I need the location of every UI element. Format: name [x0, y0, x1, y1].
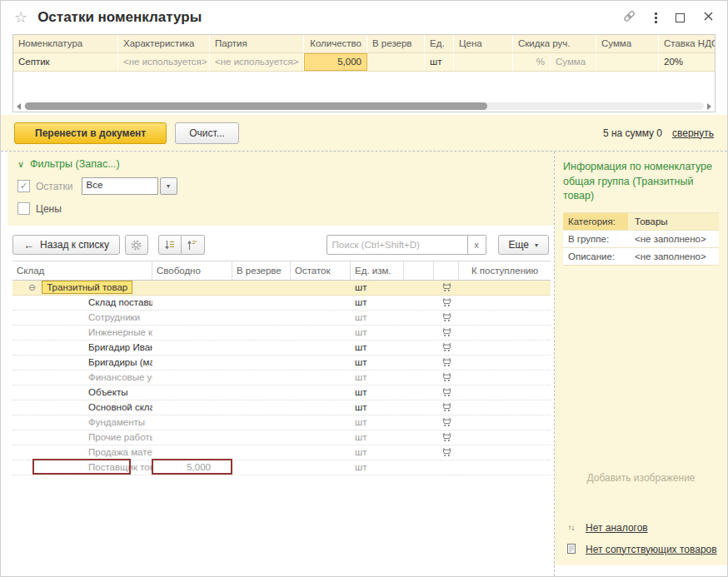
col-characteristic: Характеристика: [118, 35, 210, 52]
filters-title: Фильтры (Запас...): [30, 158, 120, 170]
warehouse-name: Основной склад: [88, 402, 152, 412]
tseny-checkbox[interactable]: [17, 202, 30, 215]
ostatki-select[interactable]: Все ▾: [82, 177, 177, 195]
page-title: Остатки номенклатуры: [37, 9, 622, 26]
collapse-link[interactable]: свернуть: [672, 127, 714, 139]
cart-icon[interactable]: [441, 387, 452, 401]
cart-icon[interactable]: [441, 372, 452, 386]
item-reserve: [367, 53, 425, 71]
table-row[interactable]: Фундаменты шт: [12, 415, 551, 430]
free-value: [152, 430, 232, 445]
close-icon[interactable]: [703, 10, 714, 25]
table-row[interactable]: Бригадир Иванов И.И. (мат... шт: [12, 341, 551, 356]
warehouse-name: Объекты: [88, 387, 127, 397]
info-row-description: Описание: <не заполнено>: [563, 248, 719, 266]
cart-icon[interactable]: [441, 432, 452, 446]
item-characteristic: <не используется>: [118, 53, 210, 71]
item-batch: <не используется>: [210, 53, 304, 71]
item-row[interactable]: Септик <не используется> <не используетс…: [13, 53, 715, 72]
table-row[interactable]: Склад поставщика шт: [12, 296, 551, 311]
scroll-right-icon[interactable]: [707, 103, 711, 110]
table-row[interactable]: Сотрудники шт: [12, 311, 551, 326]
scrollbar-track[interactable]: [24, 102, 704, 110]
info-row-group: В группе: <не заполнено>: [563, 231, 719, 248]
search-input[interactable]: [327, 235, 468, 255]
col-in-reserve[interactable]: В резерве: [232, 261, 291, 280]
link-icon[interactable]: [622, 9, 636, 27]
more-actions-button[interactable]: Еще ▾: [498, 235, 549, 255]
table-row-group[interactable]: ⊖Транзитный товар шт: [12, 281, 551, 296]
unit-value: шт: [351, 281, 404, 295]
col-balance[interactable]: Остаток: [291, 261, 351, 280]
collapse-all-button[interactable]: [182, 235, 205, 255]
unit-value: шт: [351, 445, 404, 460]
add-image-placeholder[interactable]: Добавить изображение: [563, 472, 719, 484]
category-label: Категория:: [563, 213, 628, 230]
search-clear-icon[interactable]: x: [468, 235, 486, 255]
cart-icon[interactable]: [441, 417, 452, 431]
unit-value: шт: [351, 400, 404, 415]
col-discount: Скидка руч.: [513, 35, 596, 52]
maximize-icon[interactable]: [676, 13, 685, 22]
cart-icon[interactable]: [441, 327, 452, 341]
item-unit: шт: [425, 53, 454, 71]
collapse-expander-icon[interactable]: ⊖: [28, 282, 36, 292]
warehouse-name: Поставщик товара 3: [88, 462, 152, 472]
unit-value: шт: [351, 356, 404, 370]
col-free[interactable]: Свободно: [152, 261, 232, 280]
no-related-products-link[interactable]: Нет сопутствующих товаров: [586, 544, 717, 555]
expand-all-button[interactable]: [158, 235, 182, 255]
more-menu-icon[interactable]: [655, 12, 657, 23]
items-table-header: Номенклатура Характеристика Партия Колич…: [13, 35, 715, 53]
clear-button[interactable]: Очист...: [175, 122, 238, 144]
item-quantity[interactable]: 5,000: [304, 53, 367, 71]
no-analogs-link[interactable]: Нет аналогов: [586, 522, 648, 534]
unit-value: шт: [351, 296, 404, 310]
cart-icon[interactable]: [441, 312, 452, 326]
table-row[interactable]: Бригадиры (материалы, то... шт: [12, 356, 551, 371]
main-pane: ∨Фильтры (Запас...) ✓ Остатки Все ▾ Цены: [1, 152, 554, 576]
warehouse-name: Бригадиры (материалы, то...: [88, 357, 152, 367]
col-warehouse[interactable]: Склад: [12, 261, 152, 280]
unit-value: шт: [351, 415, 404, 430]
unit-value: шт: [351, 460, 404, 475]
filters-header[interactable]: ∨Фильтры (Запас...): [17, 158, 544, 170]
item-nomenclature: Септик: [13, 53, 118, 71]
back-to-list-button[interactable]: ← Назад к списку: [12, 235, 120, 255]
free-value: [152, 445, 232, 460]
col-incoming[interactable]: К поступлению: [459, 261, 551, 280]
scrollbar-thumb[interactable]: [25, 102, 487, 110]
scroll-left-icon[interactable]: [17, 103, 21, 110]
back-to-list-label: Назад к списку: [40, 239, 109, 251]
table-row[interactable]: Инженерные коммуникации шт: [12, 326, 551, 341]
item-discount-sum: Сумма: [551, 53, 596, 71]
col-unit[interactable]: Ед. изм.: [351, 261, 404, 280]
cart-icon[interactable]: [441, 357, 452, 371]
table-row[interactable]: Объекты шт: [12, 385, 551, 400]
table-row[interactable]: Продажа материалов шт: [12, 445, 551, 460]
check-icon: ✓: [20, 181, 27, 192]
free-value: [152, 341, 232, 355]
favorite-star-icon[interactable]: ☆: [14, 8, 27, 27]
dropdown-arrow-icon[interactable]: ▾: [160, 177, 177, 195]
table-row[interactable]: Прочие работы шт: [12, 430, 551, 445]
info-table: Категория: Товары В группе: <не заполнен…: [563, 212, 719, 266]
unit-value: шт: [351, 371, 404, 385]
table-row-annotated[interactable]: Поставщик товара 3 5,000 шт: [12, 460, 551, 475]
ostatki-checkbox[interactable]: ✓: [17, 180, 30, 192]
cart-icon[interactable]: [441, 447, 452, 461]
horizontal-scrollbar[interactable]: [13, 101, 715, 112]
cart-icon[interactable]: [441, 282, 452, 296]
table-row[interactable]: Основной склад шт: [12, 400, 551, 415]
cart-icon[interactable]: [441, 342, 452, 356]
cart-icon[interactable]: [441, 402, 452, 416]
item-sum: [596, 53, 659, 71]
settings-button[interactable]: [125, 235, 148, 255]
col-quantity: Количество: [304, 35, 367, 52]
col-sum: Сумма: [596, 35, 659, 52]
table-row[interactable]: Финансовые услуги шт: [12, 371, 551, 385]
unit-value: шт: [351, 385, 404, 400]
cart-icon[interactable]: [441, 297, 452, 311]
transfer-to-document-button[interactable]: Перенести в документ: [14, 122, 167, 144]
ostatki-select-value[interactable]: Все: [82, 177, 158, 195]
